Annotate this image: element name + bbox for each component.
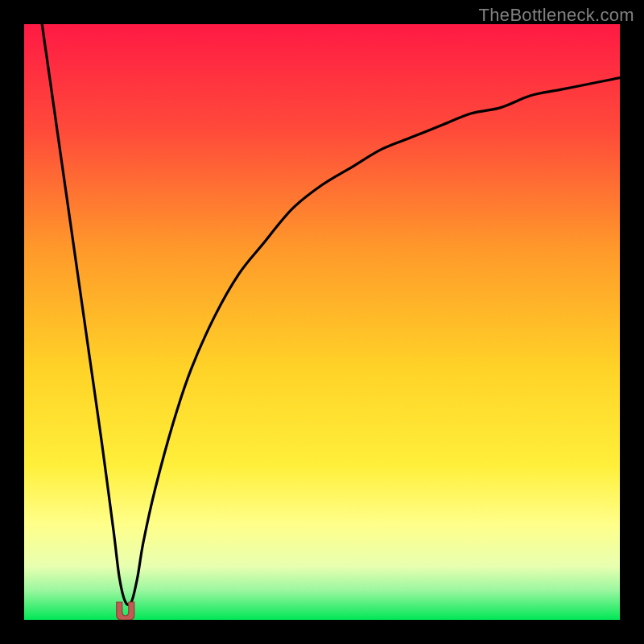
- chart-frame: TheBottleneck.com: [0, 0, 644, 644]
- bottleneck-chart: [0, 0, 644, 644]
- watermark-text: TheBottleneck.com: [479, 5, 634, 26]
